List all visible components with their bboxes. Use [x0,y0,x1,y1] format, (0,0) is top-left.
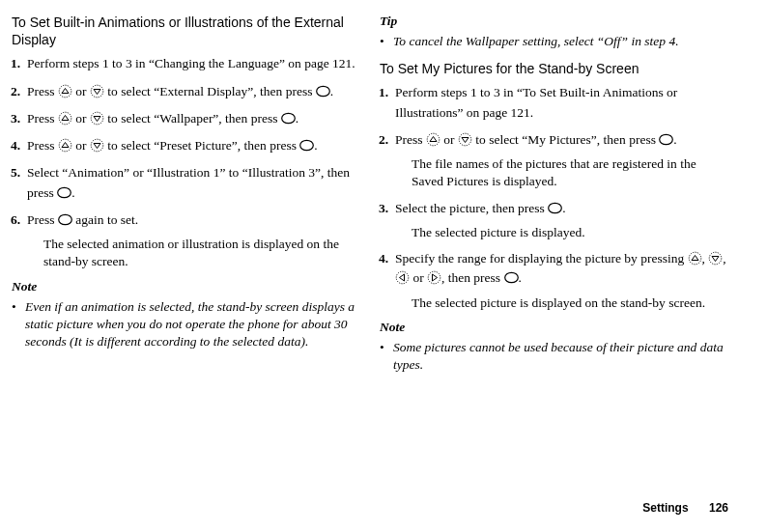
t: again to set. [72,212,138,227]
left-icon [395,270,410,285]
step-result: The selected picture is displayed. [412,224,728,241]
up-icon [58,84,72,98]
step-num: 2. [11,82,27,101]
footer-section: Settings [642,501,688,515]
step-4: 4.Specify the range for displaying the p… [395,249,728,312]
note-heading: Note [12,279,360,294]
step-1: 1.Perform steps 1 to 3 in “To Set Built-… [395,83,728,123]
up-icon [688,251,702,266]
step-1: 1.Perform steps 1 to 3 in “Changing the … [27,54,360,73]
left-column: To Set Built-in Animations or Illustrati… [12,14,370,520]
step-6: 6.Press again to set. The selected anima… [27,210,360,271]
step-result: The file names of the pictures that are … [412,155,728,190]
step-num: 6. [11,210,27,230]
t: to select “External Display”, then press [104,84,316,98]
step-text: Perform steps 1 to 3 in “Changing the La… [27,56,355,70]
t: or [72,111,90,126]
down-icon [458,132,472,147]
ok-icon [659,132,673,147]
step-result: The selected animation or illustration i… [43,236,360,270]
right-heading: To Set My Pictures for the Stand-by Scre… [380,60,728,77]
t: Press [27,111,58,126]
t: . [296,111,298,126]
t: . [562,201,565,215]
t: . [330,84,333,98]
t: Press [27,212,58,227]
step-5: 5.Select “Animation” or “Illustration 1”… [27,163,360,203]
tip-heading: Tip [380,14,728,29]
right-column: Tip To cancel the Wallpaper setting, sel… [370,14,728,520]
right-steps: 1.Perform steps 1 to 3 in “To Set Built-… [380,83,728,311]
t: to select “Wallpaper”, then press [104,111,281,126]
right-icon [427,270,441,285]
left-heading: To Set Built-in Animations or Illustrati… [12,14,360,48]
t: Specify the range for displaying the pic… [395,251,688,266]
up-icon [58,138,72,153]
ok-icon [281,111,296,126]
t: Press [395,132,426,147]
up-icon [58,111,72,126]
t: , [723,251,725,266]
t: Select “Animation” or “Illustration 1” t… [27,165,350,199]
t: , then press [441,270,504,285]
left-steps: 1.Perform steps 1 to 3 in “Changing the … [12,54,360,270]
t: , [702,251,709,266]
note-body: Even if an animation is selected, the st… [12,298,360,351]
t: or [440,132,458,147]
step-num: 5. [11,163,27,182]
t: . [314,138,317,153]
ok-icon [316,84,330,98]
step-num: 4. [11,136,27,155]
t: or [72,84,90,98]
footer-page: 126 [709,501,728,515]
step-num: 3. [11,109,27,128]
down-icon [90,138,104,153]
down-icon [90,111,104,126]
t: . [519,270,522,285]
t: or [72,138,90,153]
ok-icon [58,212,72,227]
manual-page: To Set Built-in Animations or Illustrati… [0,0,767,532]
t: Press [27,84,58,98]
t: or [410,270,427,285]
ok-icon [504,270,519,285]
t: Press [27,138,58,153]
step-num: 4. [379,249,395,268]
step-2: 2.Press or to select “External Display”,… [27,82,360,101]
ok-icon [57,185,71,200]
note-heading: Note [380,320,728,335]
step-2: 2.Press or to select “My Pictures”, then… [395,130,728,191]
t: . [673,132,676,147]
t: to select “Preset Picture”, then press [104,138,299,153]
step-num: 2. [379,130,395,150]
step-num: 1. [11,54,27,73]
t: Perform steps 1 to 3 in “To Set Built-in… [395,85,677,119]
note-body: Some pictures cannot be used because of … [380,339,728,374]
down-icon [90,84,104,98]
ok-icon [299,138,314,153]
step-num: 3. [379,199,395,218]
tip-body: To cancel the Wallpaper setting, select … [380,33,728,50]
t: Select the picture, then press [395,201,548,215]
step-result: The selected picture is displayed on the… [412,294,728,312]
down-icon [708,251,723,266]
ok-icon [548,201,562,215]
t: . [71,185,74,200]
page-footer: Settings 126 [642,501,728,515]
up-icon [426,132,440,147]
t: to select “My Pictures”, then press [472,132,659,147]
step-num: 1. [379,83,395,102]
step-4: 4.Press or to select “Preset Picture”, t… [27,136,360,155]
step-3: 3.Press or to select “Wallpaper”, then p… [27,109,360,128]
step-3: 3.Select the picture, then press . The s… [395,199,728,241]
